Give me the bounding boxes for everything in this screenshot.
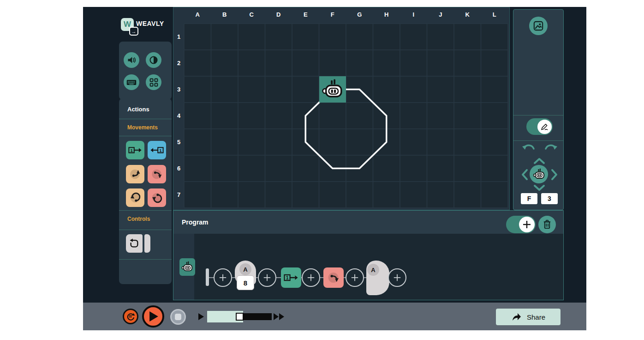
palette-block-turn-left-90[interactable] xyxy=(126,188,144,207)
movements-label: Movements xyxy=(127,124,158,131)
program-panel: Program xyxy=(173,210,564,300)
divider xyxy=(513,115,563,115)
program-block-turn-right-45[interactable] xyxy=(323,267,344,288)
image-icon xyxy=(533,21,543,31)
speed-fast-button[interactable] xyxy=(274,313,285,322)
speaker-icon xyxy=(127,55,136,65)
playback-bar: Share xyxy=(83,303,586,330)
share-label: Share xyxy=(527,313,545,321)
divider xyxy=(513,140,563,141)
palette-block-loop-end[interactable] xyxy=(144,234,150,253)
program-body: A 8 A xyxy=(173,234,563,300)
program-title: Program xyxy=(182,219,209,226)
move-left-button[interactable] xyxy=(521,169,528,182)
robot-character[interactable] xyxy=(319,76,346,103)
forward-1-icon xyxy=(128,145,142,155)
character-strip xyxy=(173,234,194,300)
pen-toggle[interactable] xyxy=(526,118,553,135)
play-icon xyxy=(149,311,159,322)
audio-button[interactable] xyxy=(124,52,139,68)
position-column-field[interactable]: F xyxy=(521,193,537,204)
add-node-button[interactable] xyxy=(388,268,406,287)
palette-block-turn-right-45[interactable] xyxy=(148,165,166,183)
add-node-button[interactable] xyxy=(302,268,320,287)
fast-forward-icon xyxy=(274,313,285,320)
program-block-forward-1[interactable] xyxy=(281,267,301,288)
add-node-button[interactable] xyxy=(214,268,232,287)
play-small-icon xyxy=(198,313,204,320)
logo-arrow-icon: → xyxy=(129,27,138,36)
stop-button[interactable] xyxy=(170,309,186,325)
loop-label-badge: A xyxy=(239,263,251,275)
robot-icon xyxy=(533,168,545,181)
loop-label-badge: A xyxy=(367,264,379,276)
undo-icon xyxy=(522,143,535,152)
theme-button[interactable] xyxy=(146,74,161,90)
controls-label: Controls xyxy=(127,216,150,222)
speed-slider-track-fast[interactable] xyxy=(243,313,272,320)
position-row-field[interactable]: 3 xyxy=(541,193,558,204)
refresh-icon xyxy=(126,312,135,321)
backward-1-icon xyxy=(150,145,164,155)
pen-icon xyxy=(541,123,549,131)
palette-block-turn-left-45[interactable] xyxy=(126,165,144,183)
chevron-up-icon xyxy=(533,158,545,164)
add-node-button[interactable] xyxy=(346,268,364,287)
palette-block-forward-1[interactable] xyxy=(126,141,144,159)
undo-button[interactable] xyxy=(522,143,535,154)
palette-block-turn-right-90[interactable] xyxy=(148,188,166,207)
turn-right-45-icon xyxy=(149,166,165,182)
redo-button[interactable] xyxy=(544,143,557,154)
move-right-button[interactable] xyxy=(551,169,558,182)
contrast-icon xyxy=(149,55,158,65)
brand-name: WEAVLY xyxy=(136,20,164,27)
divider xyxy=(119,210,172,211)
divider xyxy=(119,230,172,230)
scene-grid xyxy=(173,7,510,211)
palette-block-backward-1[interactable] xyxy=(148,141,166,159)
forward-1-icon xyxy=(284,272,298,283)
sequence-start-marker xyxy=(206,268,209,286)
speed-slow-button[interactable] xyxy=(198,313,204,322)
palette-block-loop[interactable] xyxy=(126,234,143,253)
divider xyxy=(119,259,172,260)
program-header: Program xyxy=(173,211,563,234)
turn-right-90-icon xyxy=(149,189,165,206)
keyboard-icon xyxy=(126,79,137,86)
add-node-toggle[interactable] xyxy=(506,216,536,233)
share-icon xyxy=(511,312,521,322)
redo-icon xyxy=(544,143,557,152)
refresh-button[interactable] xyxy=(123,309,138,324)
keyboard-button[interactable] xyxy=(124,74,139,90)
loop-iterations-field[interactable]: 8 xyxy=(237,275,254,290)
scene-background-button[interactable] xyxy=(529,17,548,35)
chevron-left-icon xyxy=(521,169,528,181)
contrast-button[interactable] xyxy=(146,52,161,68)
turn-right-45-icon xyxy=(325,269,342,286)
delete-all-button[interactable] xyxy=(538,216,556,233)
add-node-button[interactable] xyxy=(258,268,276,287)
divider xyxy=(119,136,172,136)
loop-icon xyxy=(129,238,140,249)
robot-icon xyxy=(322,79,344,101)
plus-icon xyxy=(522,220,531,229)
weavly-logo[interactable]: W → WEAVLY xyxy=(120,17,171,40)
character-tab-robot[interactable] xyxy=(179,258,195,276)
turn-left-90-icon xyxy=(127,189,143,206)
block-palette: Actions Movements Controls xyxy=(119,98,172,284)
scene-controls-panel: F 3 xyxy=(513,9,564,210)
play-button[interactable] xyxy=(142,305,164,328)
accessibility-toolbar xyxy=(119,42,172,100)
trash-icon xyxy=(543,220,551,229)
weavly-app: W → WEAVLY xyxy=(83,7,586,330)
divider xyxy=(119,119,172,119)
page: W → WEAVLY xyxy=(0,0,644,340)
move-down-button[interactable] xyxy=(533,184,545,193)
share-button[interactable]: Share xyxy=(496,309,561,325)
chevron-down-icon xyxy=(533,184,545,191)
speed-slider-thumb[interactable] xyxy=(236,313,244,321)
apps-grid-icon xyxy=(149,78,158,87)
actions-label: Actions xyxy=(127,106,149,113)
robot-icon xyxy=(181,261,193,273)
dpad-robot-button[interactable] xyxy=(530,165,548,183)
